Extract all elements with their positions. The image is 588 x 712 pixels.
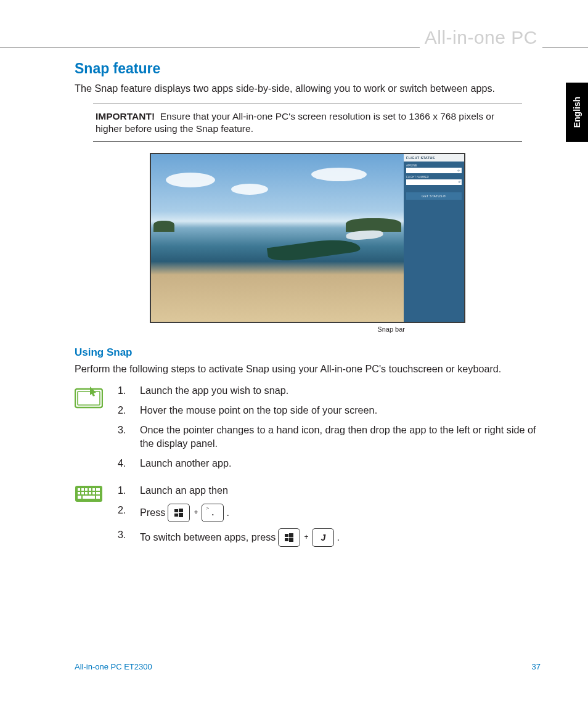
touch-method: Launch the app you wish to snap. Hover t… [75,384,541,476]
important-label: IMPORTANT! [96,111,155,121]
flightnum-input: # [406,179,462,185]
svg-rect-21 [179,513,183,517]
using-snap-intro: Perform the following steps to activate … [75,362,541,375]
touch-steps-list: Launch the app you wish to snap. Hover t… [118,384,541,476]
close-icon: × [455,153,464,154]
keyboard-step: Press + > . . [118,504,340,522]
airline-icon: ✈ [457,168,460,173]
keyboard-step: Launch an app then [118,484,340,497]
page-footer: All-in-one PC ET2300 37 [75,662,541,671]
touch-icon [75,384,104,476]
svg-rect-16 [83,496,95,499]
snap-screenshot: × FLIGHT STATUS AIRLINE ✈ FLIGHT NUMBER … [150,153,465,323]
svg-rect-3 [78,488,80,491]
svg-rect-12 [89,492,91,494]
section-title: Snap feature [75,60,541,77]
svg-rect-25 [289,538,293,542]
touch-step: Once the pointer changes to a hand icon,… [118,424,541,451]
flight-status-app-pane: × FLIGHT STATUS AIRLINE ✈ FLIGHT NUMBER … [404,154,464,322]
svg-rect-8 [96,488,100,491]
touch-step: Hover the mouse point on the top side of… [118,404,541,417]
keyboard-icon [75,484,104,553]
snap-bar-caption: Snap bar [150,325,465,333]
windows-key-icon [168,504,190,522]
photo-app-pane [151,154,404,322]
footer-product: All-in-one PC ET2300 [75,662,152,671]
svg-rect-15 [78,496,81,499]
step3-suffix: . [337,531,340,544]
step2-prefix: Press [140,506,165,520]
svg-rect-22 [285,534,288,537]
hash-icon: # [459,180,460,184]
flightnum-label: FLIGHT NUMBER [404,173,464,179]
svg-rect-7 [92,488,95,491]
footer-page-number: 37 [532,662,541,671]
get-status-button: GET STATUS ⟳ [406,192,462,200]
page-content: Snap feature The Snap feature displays t… [75,60,541,560]
svg-rect-6 [89,488,91,491]
windows-key-icon [278,528,300,547]
header-product-line: All-in-one PC [420,27,542,48]
period-key-icon: > . [202,504,224,522]
svg-rect-14 [96,492,100,494]
snap-screenshot-figure: × FLIGHT STATUS AIRLINE ✈ FLIGHT NUMBER … [150,153,465,333]
language-label: English [572,97,582,128]
airline-label: AIRLINE [404,162,464,168]
language-tab: English [566,83,588,142]
keyboard-step: To switch between apps, press + J . [118,528,340,547]
touch-step: Launch another app. [118,457,541,470]
section-intro: The Snap feature displays two apps side-… [75,82,541,95]
svg-rect-13 [92,492,95,494]
plus-icon: + [194,507,198,517]
svg-rect-5 [85,488,88,491]
touch-step: Launch the app you wish to snap. [118,384,541,398]
using-snap-title: Using Snap [75,346,541,359]
airline-input: ✈ [406,168,462,173]
svg-rect-1 [78,391,100,405]
svg-rect-20 [174,514,178,517]
svg-rect-17 [96,496,100,499]
flight-app-title: FLIGHT STATUS [404,154,464,162]
svg-rect-4 [81,488,84,491]
svg-rect-9 [78,492,80,494]
svg-rect-23 [289,533,293,537]
svg-rect-11 [85,492,88,494]
step3-prefix: To switch between apps, press [140,531,276,544]
j-key-icon: J [312,528,334,547]
svg-rect-10 [81,492,84,494]
important-note: IMPORTANT! Ensure that your All-in-one P… [93,104,522,142]
svg-rect-24 [285,538,288,541]
svg-rect-18 [174,509,178,512]
keyboard-method: Launch an app then Press + > . . [75,484,541,553]
svg-rect-19 [179,509,183,512]
important-text: Ensure that your All-in-one PC's screen … [96,111,494,134]
keyboard-steps-list: Launch an app then Press + > . . [118,484,340,553]
step2-suffix: . [226,506,229,520]
plus-icon: + [304,532,308,542]
